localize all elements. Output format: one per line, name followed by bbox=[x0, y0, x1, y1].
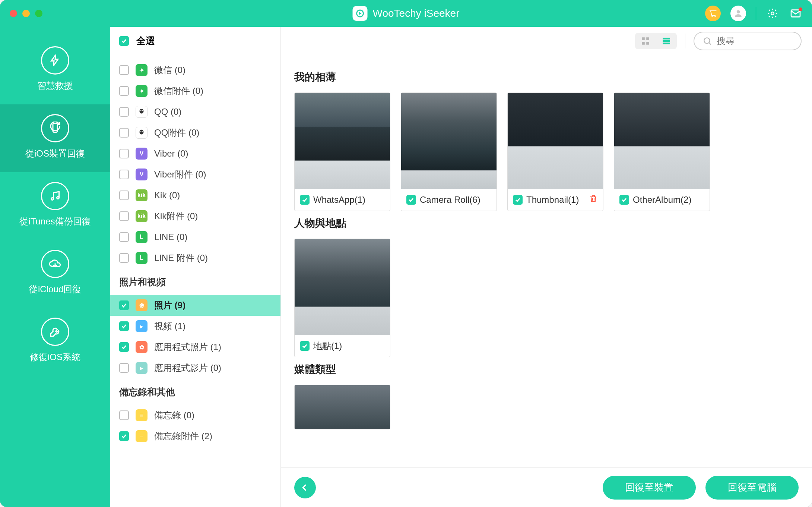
list-view-button[interactable] bbox=[656, 33, 677, 49]
category-label: 應用程式影片 (0) bbox=[154, 362, 272, 374]
category-row[interactable]: kikKik (0) bbox=[110, 185, 280, 206]
category-icon: L bbox=[136, 252, 148, 264]
svg-point-1 bbox=[711, 16, 713, 17]
checkbox[interactable] bbox=[119, 211, 129, 221]
album-card[interactable]: WhatsApp(1) bbox=[294, 92, 390, 211]
back-button[interactable] bbox=[294, 477, 316, 498]
checkbox[interactable] bbox=[119, 410, 129, 420]
album-thumbnail bbox=[401, 93, 497, 189]
checkbox[interactable] bbox=[119, 149, 129, 158]
checkbox[interactable] bbox=[119, 342, 129, 352]
nav-label: 從iTunes備份回復 bbox=[19, 215, 91, 227]
svg-point-7 bbox=[51, 198, 54, 200]
nav-label: 從iOS裝置回復 bbox=[25, 148, 85, 160]
album-footer: OtherAlbum(2) bbox=[614, 189, 710, 211]
select-all-row[interactable]: 全選 bbox=[110, 27, 280, 55]
album-card[interactable] bbox=[294, 385, 390, 429]
album-card[interactable]: Thumbnail(1) bbox=[507, 92, 603, 211]
category-row[interactable]: QQ附件 (0) bbox=[110, 122, 280, 143]
svg-point-14 bbox=[142, 131, 143, 132]
titlebar: WooTechy iSeeker bbox=[0, 0, 812, 27]
category-row[interactable]: VViber (0) bbox=[110, 143, 280, 164]
category-label: QQ附件 (0) bbox=[154, 127, 272, 139]
checkbox[interactable] bbox=[300, 195, 310, 205]
checkbox[interactable] bbox=[119, 65, 129, 75]
mail-button[interactable] bbox=[789, 7, 802, 20]
category-icon: V bbox=[136, 148, 148, 160]
body: 智慧救援 從iOS裝置回復 從iTunes備份回復 從iCloud回復 修復iO… bbox=[0, 27, 812, 507]
checkbox[interactable] bbox=[119, 363, 129, 373]
nav-label: 從iCloud回復 bbox=[29, 283, 81, 295]
checkbox[interactable] bbox=[119, 431, 129, 441]
checkbox[interactable] bbox=[513, 195, 523, 205]
close-window-button[interactable] bbox=[10, 10, 17, 17]
checkbox[interactable] bbox=[300, 341, 310, 351]
category-icon: ✦ bbox=[136, 64, 148, 76]
checkbox[interactable] bbox=[119, 170, 129, 179]
category-icon: ✿ bbox=[136, 341, 148, 353]
recover-to-pc-button[interactable]: 回復至電腦 bbox=[705, 476, 799, 500]
checkbox[interactable] bbox=[119, 300, 129, 310]
select-all-checkbox[interactable] bbox=[119, 36, 129, 46]
category-label: LINE (0) bbox=[154, 232, 272, 242]
category-row[interactable]: LLINE 附件 (0) bbox=[110, 248, 280, 268]
category-icon: ▸ bbox=[136, 362, 148, 374]
category-row[interactable]: ≡備忘錄附件 (2) bbox=[110, 426, 280, 447]
category-row[interactable]: ▸視頻 (1) bbox=[110, 316, 280, 337]
checkbox[interactable] bbox=[119, 253, 129, 263]
checkbox[interactable] bbox=[119, 107, 129, 117]
trash-icon[interactable] bbox=[589, 194, 598, 205]
window-controls bbox=[10, 10, 42, 17]
qq-icon bbox=[136, 127, 148, 139]
album-card[interactable]: Camera Roll(6) bbox=[401, 92, 497, 211]
category-row[interactable]: LLINE (0) bbox=[110, 227, 280, 248]
category-icon: ▸ bbox=[136, 320, 148, 332]
category-icon: ✦ bbox=[136, 85, 148, 97]
content-scroll[interactable]: 我的相薄 WhatsApp(1) Camera Roll(6) Thumbnai… bbox=[281, 55, 812, 467]
category-row[interactable]: QQ (0) bbox=[110, 101, 280, 122]
category-row[interactable]: ❀照片 (9) bbox=[110, 295, 280, 316]
category-scroll[interactable]: ✆WhatsApp附件 (205)✦微信 (0)✦微信附件 (0)QQ (0)Q… bbox=[110, 55, 280, 507]
recover-to-device-button[interactable]: 回復至裝置 bbox=[603, 476, 696, 500]
view-toggle bbox=[635, 33, 677, 49]
category-label: Viber附件 (0) bbox=[154, 169, 272, 180]
category-row[interactable]: kikKik附件 (0) bbox=[110, 206, 280, 227]
search-input[interactable] bbox=[717, 36, 784, 46]
checkbox[interactable] bbox=[119, 128, 129, 138]
nav-itunes[interactable]: 從iTunes備份回復 bbox=[0, 172, 110, 240]
nav-repair-ios[interactable]: 修復iOS系統 bbox=[0, 308, 110, 376]
checkbox[interactable] bbox=[119, 86, 129, 96]
category-row[interactable]: ✿應用程式照片 (1) bbox=[110, 337, 280, 358]
album-card[interactable]: 地點(1) bbox=[294, 239, 390, 357]
nav-label: 智慧救援 bbox=[37, 80, 73, 92]
search-box[interactable] bbox=[694, 32, 802, 50]
checkbox[interactable] bbox=[119, 190, 129, 200]
checkbox[interactable] bbox=[406, 195, 416, 205]
profile-button[interactable] bbox=[730, 6, 746, 21]
category-row[interactable]: ✦微信 (0) bbox=[110, 60, 280, 81]
svg-point-10 bbox=[140, 110, 141, 111]
maximize-window-button[interactable] bbox=[35, 10, 42, 17]
nav-smart-recovery[interactable]: 智慧救援 bbox=[0, 37, 110, 104]
cart-button[interactable] bbox=[705, 6, 721, 21]
category-row[interactable]: ≡備忘錄 (0) bbox=[110, 405, 280, 426]
minimize-window-button[interactable] bbox=[22, 10, 30, 17]
album-label: Thumbnail(1) bbox=[526, 195, 579, 205]
checkbox[interactable] bbox=[119, 321, 129, 331]
grid-view-button[interactable] bbox=[635, 33, 656, 49]
settings-button[interactable] bbox=[766, 7, 779, 20]
album-thumbnail bbox=[295, 239, 390, 335]
svg-rect-19 bbox=[663, 38, 670, 39]
title-center: WooTechy iSeeker bbox=[353, 6, 460, 21]
category-row[interactable]: ▸應用程式影片 (0) bbox=[110, 358, 280, 378]
nav-icloud[interactable]: 從iCloud回復 bbox=[0, 240, 110, 308]
category-row[interactable]: ✆WhatsApp附件 (205) bbox=[110, 55, 280, 60]
category-label: Kik (0) bbox=[154, 190, 272, 201]
checkbox[interactable] bbox=[119, 232, 129, 242]
category-row[interactable]: VViber附件 (0) bbox=[110, 164, 280, 185]
checkbox[interactable] bbox=[619, 195, 629, 205]
category-row[interactable]: ✦微信附件 (0) bbox=[110, 81, 280, 101]
album-card[interactable]: OtherAlbum(2) bbox=[614, 92, 710, 211]
svg-point-8 bbox=[57, 197, 59, 199]
nav-ios-device[interactable]: 從iOS裝置回復 bbox=[0, 104, 110, 172]
